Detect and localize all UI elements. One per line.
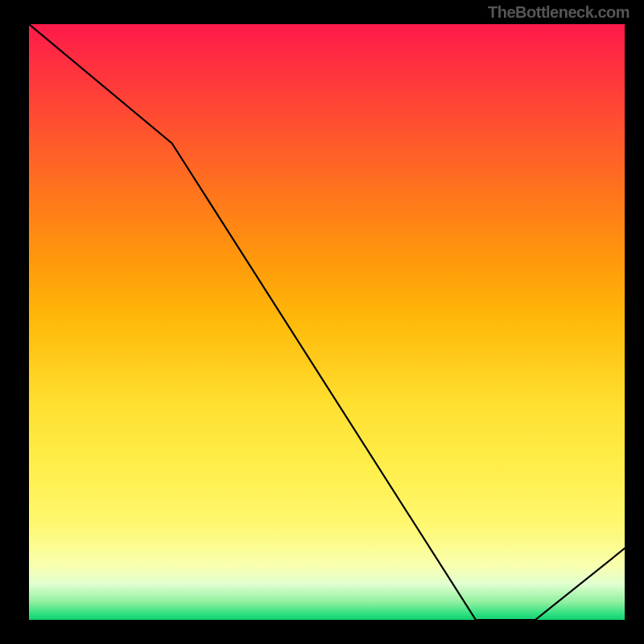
chart-line-svg bbox=[29, 24, 625, 620]
watermark-text: TheBottleneck.com bbox=[488, 3, 630, 22]
chart-plot-area bbox=[29, 24, 625, 620]
bottleneck-curve-line bbox=[29, 24, 625, 620]
